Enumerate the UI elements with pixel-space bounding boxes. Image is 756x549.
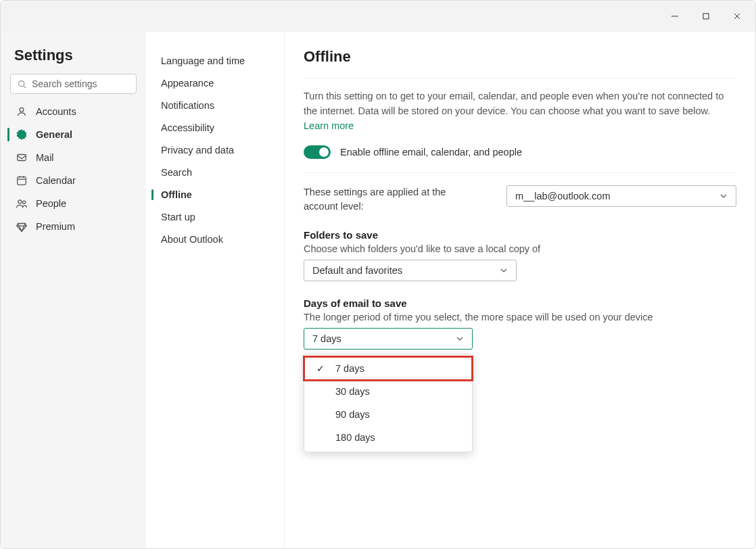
calendar-icon — [16, 174, 28, 187]
minimize-button[interactable] — [659, 1, 690, 32]
gear-icon — [16, 128, 28, 141]
titlebar — [1, 1, 755, 32]
subnav-item-accessibility[interactable]: Accessibility — [151, 118, 279, 138]
folders-select-value: Default and favorites — [312, 265, 402, 276]
primary-nav: Accounts General Mail Calendar People — [7, 101, 139, 237]
main-content: Offline Turn this setting on to get to y… — [285, 32, 755, 548]
days-to-save-title: Days of email to save — [304, 297, 736, 309]
sidebar-item-label: Premium — [36, 221, 75, 232]
sidebar-item-label: Accounts — [36, 106, 76, 117]
sidebar-item-mail[interactable]: Mail — [7, 147, 139, 168]
days-option-90[interactable]: 90 days — [304, 403, 472, 426]
folders-to-save-title: Folders to save — [304, 229, 736, 241]
chevron-down-icon — [456, 335, 464, 343]
account-select[interactable]: m__lab@outlook.com — [506, 185, 736, 207]
subnav-item-start-up[interactable]: Start up — [151, 207, 279, 227]
days-option-7[interactable]: 7 days — [304, 357, 472, 380]
toggle-knob — [319, 147, 329, 157]
body: Settings Search settings Accounts Genera… — [1, 32, 755, 548]
svg-line-5 — [24, 85, 26, 87]
mail-icon — [16, 151, 28, 164]
enable-offline-toggle[interactable] — [304, 145, 331, 159]
svg-point-13 — [18, 200, 22, 204]
subnav-item-search[interactable]: Search — [151, 162, 279, 183]
subnav-item-offline[interactable]: Offline — [151, 185, 279, 205]
subnav-item-notifications[interactable]: Notifications — [151, 95, 279, 116]
enable-offline-label: Enable offline email, calendar, and peop… — [340, 147, 522, 158]
svg-rect-1 — [703, 14, 709, 19]
svg-rect-8 — [18, 155, 26, 161]
search-placeholder: Search settings — [32, 78, 97, 89]
secondary-nav: Language and time Appearance Notificatio… — [151, 51, 279, 252]
days-select-value: 7 days — [312, 333, 341, 344]
folders-select[interactable]: Default and favorites — [304, 260, 517, 281]
enable-offline-row: Enable offline email, calendar, and peop… — [304, 145, 736, 173]
chevron-down-icon — [500, 266, 508, 274]
days-option-30[interactable]: 30 days — [304, 380, 472, 403]
diamond-icon — [16, 220, 28, 233]
days-select[interactable]: 7 days — [304, 328, 473, 350]
svg-point-4 — [19, 80, 24, 86]
sidebar-item-label: Calendar — [36, 175, 76, 186]
primary-sidebar: Settings Search settings Accounts Genera… — [1, 32, 146, 548]
sidebar-item-label: Mail — [36, 152, 54, 163]
secondary-sidebar: Language and time Appearance Notificatio… — [146, 32, 285, 548]
learn-more-link[interactable]: Learn more — [304, 120, 354, 131]
page-description: Turn this setting on to get to your emai… — [304, 89, 736, 133]
sidebar-item-label: General — [36, 129, 72, 140]
person-icon — [16, 105, 28, 118]
settings-title: Settings — [7, 44, 139, 74]
days-to-save-desc: The longer period of time you select, th… — [304, 312, 736, 323]
sidebar-item-calendar[interactable]: Calendar — [7, 170, 139, 191]
sidebar-item-people[interactable]: People — [7, 193, 139, 214]
days-dropdown: 7 days 30 days 90 days 180 days — [304, 354, 473, 452]
close-button[interactable] — [722, 1, 753, 32]
account-select-value: m__lab@outlook.com — [515, 191, 610, 201]
svg-point-14 — [23, 201, 26, 204]
subnav-item-privacy-and-data[interactable]: Privacy and data — [151, 140, 279, 160]
account-row: These settings are applied at the accoun… — [304, 185, 736, 213]
sidebar-item-accounts[interactable]: Accounts — [7, 101, 139, 122]
maximize-button[interactable] — [690, 1, 722, 32]
sidebar-item-general[interactable]: General — [7, 124, 139, 145]
people-icon — [16, 197, 28, 210]
sidebar-item-label: People — [36, 198, 66, 209]
account-level-label: These settings are applied at the accoun… — [304, 185, 479, 213]
sidebar-item-premium[interactable]: Premium — [7, 216, 139, 237]
days-option-180[interactable]: 180 days — [304, 426, 472, 449]
svg-rect-9 — [18, 177, 26, 185]
subnav-item-appearance[interactable]: Appearance — [151, 73, 279, 93]
search-icon — [18, 80, 26, 89]
chevron-down-icon — [719, 192, 728, 200]
page-title: Offline — [304, 48, 736, 78]
folders-to-save-desc: Choose which folders you'd like to save … — [304, 243, 736, 254]
subnav-item-language-and-time[interactable]: Language and time — [151, 51, 279, 71]
search-input[interactable]: Search settings — [10, 74, 137, 94]
svg-point-6 — [20, 108, 24, 112]
settings-window: Settings Search settings Accounts Genera… — [0, 0, 756, 549]
days-select-wrapper: 7 days 7 days 30 days 90 days 180 days — [304, 328, 473, 350]
subnav-item-about-outlook[interactable]: About Outlook — [151, 229, 279, 249]
